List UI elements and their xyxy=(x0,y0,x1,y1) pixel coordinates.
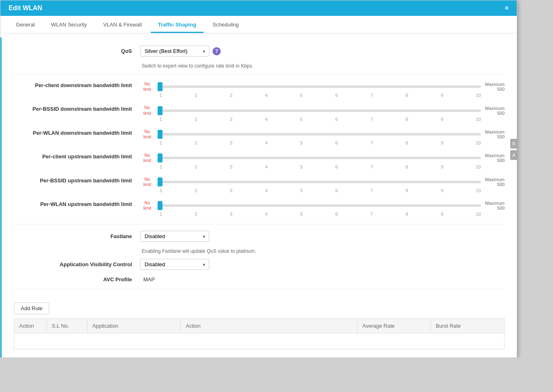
qos-select[interactable]: Silver (Best Effort) Gold Platinum Bronz… xyxy=(140,46,209,57)
qos-label: QoS xyxy=(14,48,140,54)
slider-label-per-client-downstream: Per-client downstream bandwidth limit xyxy=(14,81,140,88)
modal-title: Edit WLAN xyxy=(9,4,42,12)
slider-row-per-wlan-upstream: Per-WLAN upstream bandwidth limitNo limi… xyxy=(14,200,505,217)
slider-container-per-bssid-upstream: No limitMaximum 50012345678910 xyxy=(140,177,505,193)
slider-no-limit-per-client-downstream: No limit xyxy=(140,81,154,92)
slider-label-per-client-upstream: Per-client upstream bandwidth limit xyxy=(14,153,140,160)
col-header-application: Application xyxy=(88,319,181,333)
slider-thumb-per-client-upstream[interactable] xyxy=(158,153,162,162)
tab-wlan-security[interactable]: WLAN Security xyxy=(44,16,94,33)
tab-scheduling[interactable]: Scheduling xyxy=(205,16,246,33)
avc-profile-value: MAP xyxy=(143,276,155,283)
slider-label-per-wlan-downstream: Per-WLAN downstream bandwidth limit xyxy=(14,129,140,136)
slider-row-per-wlan-downstream: Per-WLAN downstream bandwidth limitNo li… xyxy=(14,129,505,145)
right-panel-btn-r[interactable]: R xyxy=(510,139,518,149)
slider-label-per-bssid-downstream: Per-BSSID downstream bandwidth limit xyxy=(14,105,140,112)
slider-container-per-wlan-upstream: No limitMaximum 50012345678910 xyxy=(140,200,505,217)
slider-container-per-client-downstream: No limitMaximum 50012345678910 xyxy=(140,81,505,98)
slider-track-per-wlan-upstream[interactable] xyxy=(158,204,481,207)
fastlane-select[interactable]: Disabled Enabled xyxy=(140,231,209,242)
tab-vlan-firewall[interactable]: VLAN & Firewall xyxy=(96,16,149,33)
slider-row-per-client-downstream: Per-client downstream bandwidth limitNo … xyxy=(14,81,505,98)
col-header-action: Action xyxy=(14,319,47,333)
slider-row-per-bssid-downstream: Per-BSSID downstream bandwidth limitNo l… xyxy=(14,105,505,121)
slider-track-per-client-upstream[interactable] xyxy=(158,157,481,159)
slider-label-per-bssid-upstream: Per-BSSID upstream bandwidth limit xyxy=(14,177,140,184)
slider-max-per-client-downstream: Maximum 500 xyxy=(484,82,505,92)
slider-track-per-bssid-upstream[interactable] xyxy=(158,181,481,183)
slider-track-per-client-downstream[interactable] xyxy=(158,85,481,88)
col-header-burst-rate: Burst Rate xyxy=(431,319,504,333)
qos-select-wrapper: Silver (Best Effort) Gold Platinum Bronz… xyxy=(140,46,209,57)
qos-row: QoS Silver (Best Effort) Gold Platinum B… xyxy=(14,46,505,57)
avc-label: Application Visibility Control xyxy=(14,261,140,267)
fastlane-select-wrapper: Disabled Enabled xyxy=(140,231,209,242)
slider-row-per-client-upstream: Per-client upstream bandwidth limitNo li… xyxy=(14,153,505,169)
col-header-sl: S.L No. xyxy=(47,319,88,333)
slider-no-limit-per-bssid-upstream: No limit xyxy=(140,177,154,187)
tab-general[interactable]: General xyxy=(9,16,42,33)
slider-thumb-per-bssid-downstream[interactable] xyxy=(158,106,162,115)
slider-container-per-wlan-downstream: No limitMaximum 50012345678910 xyxy=(140,129,505,145)
table-body xyxy=(14,333,505,349)
slider-no-limit-per-wlan-upstream: No limit xyxy=(140,200,154,211)
slider-no-limit-per-client-upstream: No limit xyxy=(140,153,154,163)
right-panel: R A xyxy=(510,139,518,160)
slider-max-per-wlan-downstream: Maximum 500 xyxy=(484,129,505,139)
right-panel-btn-a[interactable]: A xyxy=(510,150,518,160)
slider-thumb-per-wlan-downstream[interactable] xyxy=(158,130,162,139)
slider-thumb-per-client-downstream[interactable] xyxy=(158,82,162,91)
tab-traffic-shaping[interactable]: Traffic Shaping xyxy=(151,16,204,33)
slider-no-limit-per-bssid-downstream: No limit xyxy=(140,105,154,116)
modal-header: Edit WLAN × xyxy=(0,0,517,16)
avc-profile-row: AVC Profile MAP xyxy=(14,276,505,283)
table-header: Action S.L No. Application Action Averag… xyxy=(14,318,505,333)
fastlane-label: Fastlane xyxy=(14,233,140,239)
slider-track-per-wlan-downstream[interactable] xyxy=(158,133,481,136)
tabs-bar: General WLAN Security VLAN & Firewall Tr… xyxy=(0,16,517,33)
content-area: QoS Silver (Best Effort) Gold Platinum B… xyxy=(0,37,517,357)
slider-container-per-client-upstream: No limitMaximum 50012345678910 xyxy=(140,153,505,169)
qos-help-icon[interactable]: ? xyxy=(213,47,221,55)
fastlane-row: Fastlane Disabled Enabled xyxy=(14,231,505,242)
slider-container-per-bssid-downstream: No limitMaximum 50012345678910 xyxy=(140,105,505,121)
slider-max-per-client-upstream: Maximum 500 xyxy=(484,153,505,163)
sliders-container: Per-client downstream bandwidth limitNo … xyxy=(14,81,505,217)
avc-select-wrapper: Disabled Enabled xyxy=(140,259,209,270)
slider-max-per-bssid-upstream: Maximum 500 xyxy=(484,177,505,187)
close-icon[interactable]: × xyxy=(505,4,509,12)
avc-profile-label: AVC Profile xyxy=(14,276,140,283)
avc-row: Application Visibility Control Disabled … xyxy=(14,259,505,270)
slider-thumb-per-wlan-upstream[interactable] xyxy=(158,201,162,210)
add-rule-button[interactable]: Add Rule xyxy=(14,302,49,314)
slider-no-limit-per-wlan-downstream: No limit xyxy=(140,129,154,140)
slider-label-per-wlan-upstream: Per-WLAN upstream bandwidth limit xyxy=(14,200,140,207)
col-header-action2: Action xyxy=(181,319,358,333)
slider-row-per-bssid-upstream: Per-BSSID upstream bandwidth limitNo lim… xyxy=(14,177,505,193)
col-header-avg-rate: Average Rate xyxy=(358,319,431,333)
fastlane-note: Enabling Fastlane will update QoS value … xyxy=(142,248,505,254)
hint-text: Switch to expert view to configure rate … xyxy=(142,63,505,69)
slider-track-per-bssid-downstream[interactable] xyxy=(158,109,481,112)
slider-thumb-per-bssid-upstream[interactable] xyxy=(158,177,162,186)
avc-select[interactable]: Disabled Enabled xyxy=(140,259,209,270)
slider-max-per-bssid-downstream: Maximum 500 xyxy=(484,106,505,116)
slider-max-per-wlan-upstream: Maximum 500 xyxy=(484,201,505,210)
